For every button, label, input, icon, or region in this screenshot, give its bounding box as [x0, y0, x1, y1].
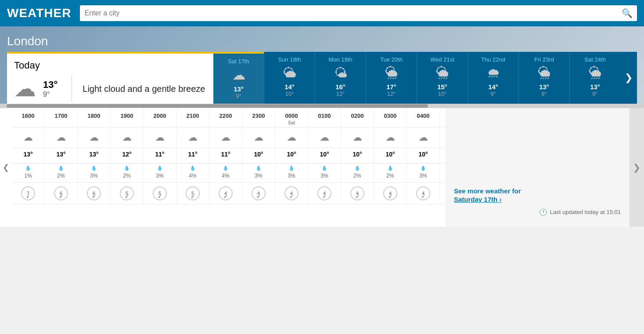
wind-circle-7: 4↙ — [252, 186, 266, 200]
today-card: Today ☁ 13° 9° Light cloud and a gentle … — [7, 52, 213, 104]
hour-precip-cell-8: 💧3% — [275, 163, 308, 182]
search-button[interactable]: 🔍 — [622, 8, 633, 18]
hour-wind-cell-8: 4↙ — [275, 183, 308, 204]
hour-temp-cell-11: 10° — [374, 148, 407, 163]
wind-circle-2: 6↙ — [87, 186, 101, 200]
today-temps: 13° 9° — [43, 79, 58, 98]
search-input[interactable] — [84, 9, 622, 17]
day-low-2: 12° — [336, 91, 345, 97]
day-item-3[interactable]: Tue 20th 🌦 17° 12° — [366, 52, 417, 104]
day-name-7: Sat 24th — [584, 56, 605, 63]
day-high-7: 13° — [590, 83, 600, 91]
hour-icon-cell-11: ☁ — [374, 127, 407, 148]
day-name-3: Tue 20th — [380, 56, 403, 63]
day-name-4: Wed 21st — [430, 56, 454, 63]
hourly-prev-button[interactable]: ❮ — [0, 108, 12, 227]
wind-circle-1: 6↙ — [54, 186, 68, 200]
wind-circle-8: 4↙ — [284, 186, 299, 200]
day-icon-1: 🌥 — [283, 65, 296, 80]
hour-icon-cell-5: ☁ — [176, 127, 209, 148]
location-banner: London Today ☁ 13° 9° Light cloud and a … — [0, 26, 644, 104]
hour-time-cell-9: 0100 — [308, 108, 341, 127]
day-low-3: 12° — [387, 91, 396, 97]
hour-temp-cell-6: 11° — [209, 148, 242, 163]
hour-time-cell-1: 1700 — [45, 108, 78, 127]
hour-icon-cell-2: ☁ — [78, 127, 111, 148]
day-item-7[interactable]: Sat 24th 🌦 13° 9° — [569, 52, 620, 104]
day-item-1[interactable]: Sun 18th 🌥 14° 10° — [264, 52, 315, 104]
hour-temp-cell-13: 10° — [440, 148, 445, 163]
hour-precip-cell-9: 💧3% — [308, 163, 341, 182]
hour-icon-cell-13: ☁ — [440, 127, 445, 148]
hour-temp-cell-4: 11° — [144, 148, 176, 163]
hour-wind-cell-6: 4↙ — [209, 183, 242, 204]
scroll-track[interactable] — [0, 104, 644, 108]
hour-icon-cell-0: ☁ — [12, 127, 45, 148]
right-panel: See more weather for Saturday 17th › 🕐 L… — [445, 108, 630, 227]
hour-icon-cell-7: ☁ — [242, 127, 275, 148]
day-item-6[interactable]: Fri 23rd 🌦 13° 9° — [518, 52, 569, 104]
wind-circle-12: 4↙ — [416, 186, 430, 200]
hour-time-cell-0: 1600 — [12, 108, 45, 127]
day-high-3: 17° — [386, 83, 396, 91]
hour-time-cell-13: 0500 — [440, 108, 445, 127]
hour-temp-cell-2: 13° — [78, 148, 111, 163]
day-high-2: 16° — [335, 83, 345, 91]
hour-wind-cell-5: 5↙ — [176, 183, 209, 204]
hour-time-cell-3: 1900 — [111, 108, 144, 127]
hour-temp-cell-1: 13° — [45, 148, 78, 163]
location-title: London — [7, 34, 637, 48]
day-low-0: 9° — [236, 93, 241, 99]
hour-precip-cell-11: 💧2% — [374, 163, 407, 182]
hour-icon-cell-9: ☁ — [308, 127, 341, 148]
day-name-5: Thu 22nd — [481, 56, 505, 63]
hour-precip-cell-13: 💧2% — [440, 163, 445, 182]
hour-precip-cell-12: 💧3% — [407, 163, 440, 182]
day-item-4[interactable]: Wed 21st 🌦 15° 10° — [417, 52, 468, 104]
wind-circle-9: 4↙ — [317, 186, 331, 200]
hour-temp-cell-0: 13° — [12, 148, 45, 163]
hour-precip-cell-4: 💧3% — [144, 163, 176, 182]
clock-icon: 🕐 — [539, 208, 547, 216]
day-high-0: 13° — [234, 85, 244, 93]
see-more-link[interactable]: Saturday 17th › — [454, 196, 501, 203]
wind-circle-3: 5↙ — [120, 186, 134, 200]
hour-precip-cell-2: 💧3% — [78, 163, 111, 182]
hour-time-cell-2: 1800 — [78, 108, 111, 127]
days-strip: Sat 17th ☁ 13° 9° Sun 18th 🌥 14° 10° Mon… — [213, 52, 620, 104]
hour-temp-cell-5: 11° — [176, 148, 209, 163]
hour-wind-cell-7: 4↙ — [242, 183, 275, 204]
hour-icon-cell-1: ☁ — [45, 127, 78, 148]
see-more-text: See more weather for — [454, 187, 621, 195]
hour-time-cell-10: 0200 — [341, 108, 374, 127]
day-item-2[interactable]: Mon 19th 🌤 16° 12° — [315, 52, 366, 104]
day-item-5[interactable]: Thu 22nd 🌧 14° 9° — [468, 52, 518, 104]
hour-precip-cell-5: 💧4% — [176, 163, 209, 182]
hour-icon-cell-6: ☁ — [209, 127, 242, 148]
hour-wind-cell-12: 4↙ — [407, 183, 440, 204]
day-item-0[interactable]: Sat 17th ☁ 13° 9° — [213, 52, 264, 104]
day-low-1: 10° — [285, 91, 294, 97]
see-more-arrow: › — [499, 196, 501, 203]
day-icon-6: 🌦 — [538, 65, 551, 80]
today-divider — [72, 76, 72, 102]
hour-time-cell-8: 0000Sat — [275, 108, 308, 127]
day-low-6: 9° — [541, 91, 547, 97]
hour-time-cell-6: 2200 — [209, 108, 242, 127]
day-high-1: 14° — [284, 83, 295, 91]
today-high: 13° — [43, 79, 58, 91]
hour-time-cell-7: 2300 — [242, 108, 275, 127]
hourly-precip-row: 💧1%💧2%💧3%💧2%💧3%💧4%💧4%💧3%💧3%💧3%💧2%💧2%💧3%💧… — [12, 163, 445, 183]
hour-precip-cell-0: 💧1% — [12, 163, 45, 182]
header: WEATHER 🔍 — [0, 0, 644, 26]
hourly-grid: 160017001800190020002100220023000000Sat0… — [12, 108, 445, 227]
days-next-button[interactable]: ❯ — [620, 52, 637, 104]
hour-wind-cell-0: 7↙ — [12, 183, 45, 204]
today-low: 9° — [43, 91, 58, 98]
hourly-time-row: 160017001800190020002100220023000000Sat0… — [12, 108, 445, 127]
right-nav-button[interactable]: ❯ — [630, 108, 644, 227]
wind-circle-10: 4↙ — [350, 186, 364, 200]
hour-icon-cell-10: ☁ — [341, 127, 374, 148]
scroll-thumb — [7, 104, 428, 108]
hour-temp-cell-7: 10° — [242, 148, 275, 163]
